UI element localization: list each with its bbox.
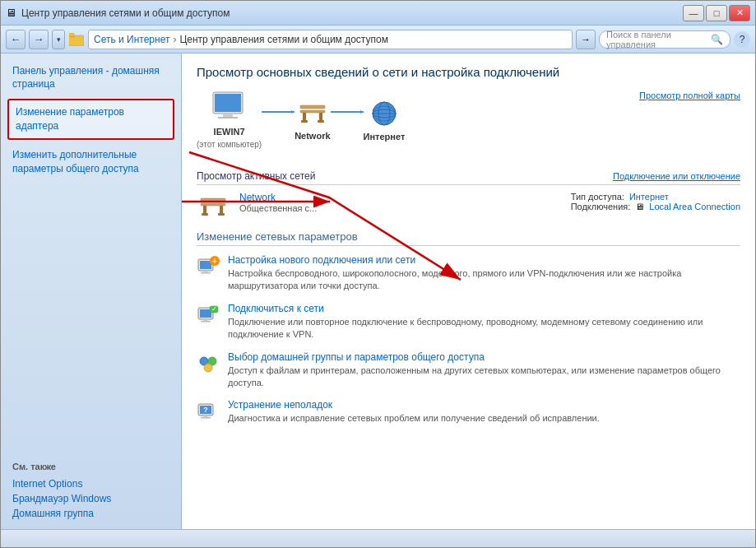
svg-rect-9 — [300, 105, 325, 109]
change-settings-section: Изменение сетевых параметров + Настройка… — [197, 230, 740, 425]
content-area: Просмотр основных сведений о сети и наст… — [182, 53, 755, 529]
svg-text:?: ? — [203, 406, 208, 414]
svg-rect-13 — [301, 120, 308, 123]
window-title: Центр управления сетями и общим доступом — [21, 7, 230, 19]
connect-network-icon: ✓ — [197, 303, 220, 326]
svg-rect-2 — [69, 33, 74, 36]
nav-dropdown-button[interactable]: ▾ — [52, 30, 65, 49]
setting-desc-connect-network: Подключение или повторное подключение к … — [228, 316, 740, 341]
map-internet-label: Интернет — [364, 132, 406, 142]
bench-icon — [296, 99, 329, 128]
map-line-1 — [262, 109, 295, 114]
active-networks-title: Просмотр активных сетей — [197, 170, 315, 182]
setting-troubleshoot: ? Устранение неполадок Диагностика и исп… — [197, 399, 740, 425]
svg-rect-36 — [203, 319, 208, 321]
window-controls: — □ ✕ — [683, 5, 750, 21]
map-computer-sublabel: (этот компьютер) — [197, 140, 262, 149]
computer-icon — [210, 91, 249, 123]
setting-title-new-connection[interactable]: Настройка нового подключения или сети — [228, 254, 740, 266]
setting-desc-homegroup: Доступ к файлам и принтерам, расположенн… — [228, 365, 740, 390]
active-network-name[interactable]: Network — [239, 192, 561, 203]
active-networks-header: Просмотр активных сетей Подключение или … — [197, 170, 740, 185]
svg-rect-14 — [318, 120, 324, 123]
sidebar-home-link[interactable]: Панель управления - домашняя страница — [1, 62, 181, 94]
main-window: 🖥 Центр управления сетями и общим доступ… — [0, 0, 756, 548]
network-map: IEWIN7 (этот компьютер) — [197, 91, 405, 149]
svg-rect-37 — [201, 321, 211, 323]
page-title: Просмотр основных сведений о сети и наст… — [197, 65, 740, 79]
maximize-button[interactable]: □ — [706, 5, 727, 21]
close-button[interactable]: ✕ — [729, 5, 750, 21]
search-placeholder: Поиск в панели управления — [606, 30, 707, 49]
globe-icon — [368, 99, 401, 128]
main-area: Панель управления - домашняя страница Из… — [1, 53, 755, 529]
svg-rect-30 — [203, 271, 208, 272]
new-connection-icon: + — [197, 254, 220, 277]
breadcrumb-parent[interactable]: Сеть и Интернет — [94, 34, 169, 45]
sidebar-internet-options[interactable]: Internet Options — [1, 476, 181, 491]
setting-connect-network: ✓ Подключиться к сети Подключение или по… — [197, 303, 740, 341]
svg-rect-29 — [200, 261, 211, 269]
svg-rect-27 — [218, 213, 225, 216]
breadcrumb: IEWIN7 Сеть и Интернет › Центр управлени… — [88, 30, 573, 49]
svg-rect-6 — [218, 117, 238, 118]
svg-point-42 — [204, 364, 212, 372]
change-settings-title: Изменение сетевых параметров — [197, 230, 740, 246]
svg-rect-46 — [203, 416, 208, 417]
connections-label: Подключения: — [571, 202, 631, 211]
sidebar-adapter-settings-link[interactable]: Изменение параметров адаптера — [7, 99, 174, 140]
setting-desc-new-connection: Настройка беспроводного, широкополосного… — [228, 267, 740, 293]
access-type-block: Тип доступа: Интернет Подключения: 🖥 Loc… — [571, 192, 740, 211]
homegroup-icon — [197, 351, 220, 374]
minimize-button[interactable]: — — [683, 5, 704, 21]
title-bar: 🖥 Центр управления сетями и общим доступ… — [1, 1, 755, 26]
map-computer-label: IEWIN7 — [214, 127, 245, 137]
search-icon[interactable]: 🔍 — [711, 34, 723, 45]
access-type-label: Тип доступа: — [571, 192, 624, 202]
network-map-computer: IEWIN7 (этот компьютер) — [197, 91, 262, 149]
status-bar — [1, 529, 755, 547]
svg-rect-26 — [202, 213, 208, 216]
setting-title-homegroup[interactable]: Выбор домашней группы и параметров общег… — [228, 351, 740, 363]
active-network-type: Общественная с... — [239, 203, 561, 213]
connections-value[interactable]: Local Area Connection — [649, 202, 740, 211]
svg-rect-4 — [215, 94, 241, 112]
access-type-value: Интернет — [629, 192, 669, 202]
back-button[interactable]: ← — [6, 30, 26, 49]
nav-bar: ← → ▾ IEWIN7 Сеть и Интернет › Центр упр… — [1, 26, 755, 53]
setting-new-connection: + Настройка нового подключения или сети … — [197, 254, 740, 293]
setting-title-troubleshoot[interactable]: Устранение неполадок — [228, 399, 740, 411]
svg-rect-31 — [201, 272, 211, 274]
svg-rect-5 — [223, 114, 233, 117]
sidebar-homegroup[interactable]: Домашняя группа — [1, 506, 181, 521]
svg-rect-23 — [201, 203, 225, 206]
setting-desc-troubleshoot: Диагностика и исправление сетевых пробле… — [228, 412, 740, 425]
view-full-map-link[interactable]: Просмотр полной карты — [639, 91, 740, 100]
search-bar[interactable]: Поиск в панели управления 🔍 — [599, 30, 730, 49]
nav-folder-icon — [68, 31, 85, 48]
setting-homegroup: Выбор домашней группы и параметров общег… — [197, 351, 740, 390]
breadcrumb-current: Центр управления сетями и общим доступом — [179, 34, 388, 45]
sidebar-sharing-link[interactable]: Изменить дополнительные параметры общего… — [1, 145, 181, 179]
forward-button[interactable]: → — [29, 30, 49, 49]
active-network-row: Network Общественная с... Тип доступа: И… — [197, 192, 740, 221]
svg-text:+: + — [212, 257, 217, 266]
help-button[interactable]: ? — [734, 31, 750, 48]
map-line-2 — [331, 109, 364, 114]
setting-title-connect-network[interactable]: Подключиться к сети — [228, 303, 740, 314]
go-button[interactable]: → — [576, 30, 596, 49]
network-map-bench: Network — [295, 99, 330, 141]
network-map-internet: Интернет — [364, 99, 406, 142]
troubleshoot-icon: ? — [197, 399, 220, 422]
sidebar: Панель управления - домашняя страница Из… — [1, 53, 182, 529]
active-network-bench-icon — [197, 192, 230, 221]
connect-disconnect-link[interactable]: Подключение или отключение — [613, 171, 740, 181]
svg-rect-10 — [300, 110, 325, 113]
sidebar-firewall[interactable]: Брандмауэр Windows — [1, 491, 181, 506]
svg-rect-22 — [201, 198, 225, 202]
map-network-label: Network — [295, 131, 330, 141]
sidebar-see-also-label: См. также — [1, 457, 181, 476]
svg-rect-47 — [201, 417, 211, 419]
svg-text:✓: ✓ — [211, 305, 217, 313]
